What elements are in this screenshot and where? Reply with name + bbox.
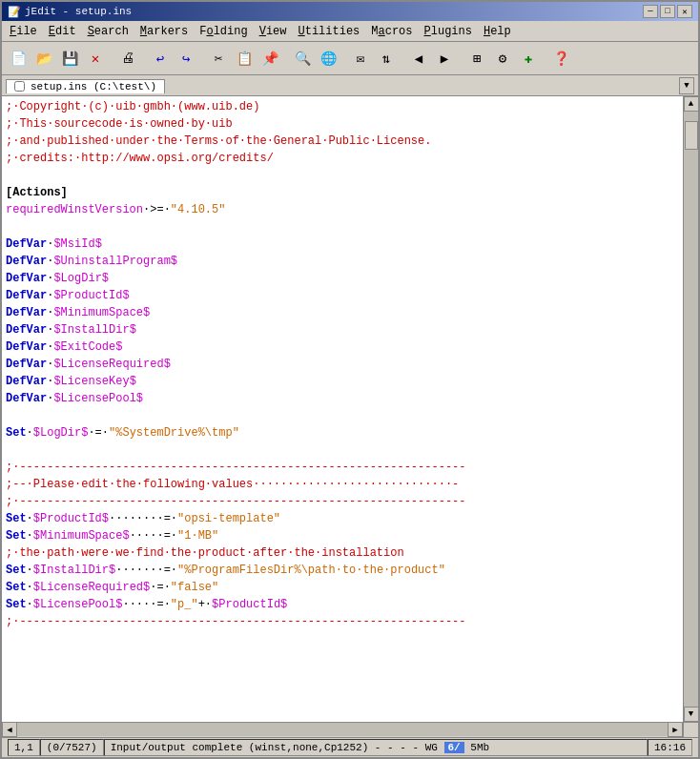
next-button[interactable]: ▶	[432, 46, 457, 71]
close-file-button[interactable]: ✕	[83, 46, 108, 71]
menu-plugins[interactable]: Plugins	[419, 23, 478, 40]
save-button[interactable]: 💾	[57, 46, 82, 71]
cursor-position: 1,1	[8, 739, 40, 756]
tab-label: setup.ins (C:\test\)	[31, 81, 156, 92]
app-icon: 📝	[8, 6, 21, 18]
menu-view[interactable]: View	[254, 23, 293, 40]
open-button[interactable]: 📂	[31, 46, 56, 71]
scroll-down-button[interactable]: ▼	[684, 707, 699, 722]
statusbar: 1,1 (0/7527) Input/output complete (wins…	[2, 737, 698, 757]
scrollbar-corner	[683, 723, 698, 738]
scroll-up-button[interactable]: ▲	[684, 96, 699, 112]
search-url-button[interactable]: 🌐	[316, 46, 340, 71]
mode-info: Input/output complete (winst,none,Cp1252…	[104, 739, 648, 756]
scroll-right-button[interactable]: ▶	[668, 722, 683, 737]
hscroll-track[interactable]	[17, 723, 668, 736]
titlebar: 📝 jEdit - setup.ins ─ □ ✕	[2, 2, 698, 21]
plugin-button[interactable]: ✚	[516, 46, 541, 71]
help-toolbar-button[interactable]: ❓	[548, 46, 573, 71]
print-button[interactable]: 🖨	[115, 46, 140, 71]
zoom-button[interactable]: ⊞	[464, 46, 489, 71]
active-tab[interactable]: setup.ins (C:\test\)	[6, 79, 165, 93]
vertical-scrollbar[interactable]: ▲ ▼	[683, 96, 698, 722]
minimize-button[interactable]: ─	[643, 5, 658, 18]
send-button[interactable]: ✉	[348, 46, 373, 71]
tab-checkbox[interactable]	[14, 81, 25, 92]
copy-button[interactable]: 📋	[232, 46, 257, 71]
paste-button[interactable]: 📌	[257, 46, 282, 71]
new-button[interactable]: 📄	[6, 46, 31, 71]
cut-button[interactable]: ✂	[206, 46, 231, 71]
menu-markers[interactable]: Markers	[134, 23, 194, 40]
clock: 16:16	[648, 739, 692, 756]
wg-badge: 6/	[444, 742, 464, 753]
editor[interactable]: ;·Copyright·(c)·uib·gmbh·(www.uib.de) ;·…	[2, 96, 683, 722]
menu-search[interactable]: Search	[82, 23, 134, 40]
search-button[interactable]: 🔍	[290, 46, 315, 71]
settings-button[interactable]: ⚙	[490, 46, 515, 71]
menu-folding[interactable]: Folding	[194, 23, 253, 40]
maximize-button[interactable]: □	[660, 5, 675, 18]
nav-button[interactable]: ⇅	[374, 46, 399, 71]
scroll-thumb[interactable]	[685, 121, 698, 150]
undo-button[interactable]: ↩	[148, 46, 173, 71]
menu-file[interactable]: File	[4, 23, 43, 40]
tab-dropdown[interactable]: ▼	[679, 77, 694, 94]
prev-button[interactable]: ◀	[406, 46, 431, 71]
editor-wrapper: ;·Copyright·(c)·uib·gmbh·(www.uib.de) ;·…	[2, 96, 698, 722]
scroll-track[interactable]	[684, 112, 699, 707]
menu-help[interactable]: Help	[478, 23, 517, 40]
redo-button[interactable]: ↪	[174, 46, 198, 71]
menu-utilities[interactable]: Utilities	[293, 23, 366, 40]
toolbar: 📄 📂 💾 ✕ 🖨 ↩ ↪ ✂ 📋 📌 🔍 🌐 ✉ ⇅ ◀ ▶ ⊞ ⚙ ✚ ❓	[2, 42, 698, 75]
document-size: (0/7527)	[40, 739, 104, 756]
tabbar: setup.ins (C:\test\) ▼	[2, 75, 698, 95]
close-button[interactable]: ✕	[677, 5, 692, 18]
hscrollbar-row: ◀ ▶	[2, 722, 698, 737]
menu-macros[interactable]: Macros	[365, 23, 418, 40]
title-area: 📝 jEdit - setup.ins	[8, 6, 132, 18]
menu-edit[interactable]: Edit	[43, 23, 82, 40]
menubar: File Edit Search Markers Folding View Ut…	[2, 21, 698, 42]
window-controls: ─ □ ✕	[643, 5, 692, 18]
horizontal-scrollbar[interactable]: ◀ ▶	[2, 723, 683, 737]
scroll-left-button[interactable]: ◀	[2, 722, 17, 737]
window-title: jEdit - setup.ins	[25, 6, 132, 17]
